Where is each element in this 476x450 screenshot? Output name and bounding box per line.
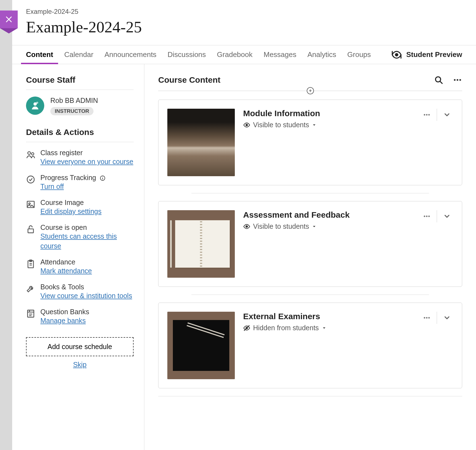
detail-label-books-tools: Books & Tools <box>40 283 134 291</box>
tab-announcements[interactable]: Announcements <box>105 45 157 64</box>
unlock-icon <box>26 225 35 234</box>
insert-divider <box>158 87 462 94</box>
separator <box>437 210 437 222</box>
card-more-button[interactable] <box>421 312 433 324</box>
tab-analytics[interactable]: Analytics <box>308 45 336 64</box>
link-mark-attendance[interactable]: Mark attendance <box>40 266 134 276</box>
card-thumbnail <box>167 312 235 379</box>
eye-off-icon <box>243 324 250 332</box>
svg-point-34 <box>428 114 430 115</box>
visibility-label: Hidden from students <box>253 324 319 332</box>
card-expand-button[interactable] <box>441 210 453 222</box>
card-more-button[interactable] <box>421 210 433 222</box>
detail-label-course-image: Course Image <box>40 199 134 207</box>
divider <box>158 396 462 396</box>
svg-point-13 <box>29 203 30 204</box>
visibility-label: Visible to students <box>253 222 309 230</box>
detail-label-attendance: Attendance <box>40 258 134 266</box>
content-card[interactable]: Assessment and Feedback Visible to stude… <box>158 201 462 287</box>
chevron-down-icon <box>312 224 317 229</box>
svg-point-24 <box>436 77 441 82</box>
visibility-dropdown[interactable]: Visible to students <box>243 222 412 230</box>
tab-messages[interactable]: Messages <box>264 45 296 64</box>
svg-point-43 <box>428 317 430 318</box>
link-turn-off[interactable]: Turn off <box>40 182 134 191</box>
link-view-tools[interactable]: View course & institution tools <box>40 291 134 301</box>
student-preview-icon <box>391 49 402 61</box>
eye-icon <box>243 121 250 129</box>
course-staff-heading: Course Staff <box>26 75 134 90</box>
clipboard-icon <box>26 259 35 269</box>
svg-point-5 <box>37 102 38 103</box>
more-horizontal-icon <box>423 314 431 322</box>
content-card[interactable]: Module Information Visible to students <box>158 100 462 185</box>
page-title: Example-2024-25 <box>26 18 462 36</box>
link-manage-banks[interactable]: Manage banks <box>40 316 134 326</box>
tab-calendar[interactable]: Calendar <box>64 45 93 64</box>
separator <box>437 109 437 121</box>
tab-content[interactable]: Content <box>26 45 53 64</box>
image-icon <box>26 200 35 209</box>
close-panel-button[interactable] <box>0 11 18 28</box>
content-card[interactable]: External Examiners Hidden from students <box>158 303 462 388</box>
avatar[interactable] <box>26 97 44 115</box>
tab-gradebook[interactable]: Gradebook <box>217 45 253 64</box>
student-preview-button[interactable]: Student Preview <box>391 49 462 61</box>
search-button[interactable] <box>434 75 443 85</box>
breadcrumb[interactable]: Example-2024-25 <box>26 8 462 15</box>
divider <box>191 295 429 295</box>
details-actions-heading: Details & Actions <box>26 128 134 142</box>
more-horizontal-icon <box>453 75 462 85</box>
svg-point-42 <box>426 317 427 318</box>
svg-line-25 <box>440 82 442 84</box>
plus-icon <box>308 89 312 93</box>
link-edit-display[interactable]: Edit display settings <box>40 207 134 216</box>
wrench-icon <box>26 284 35 293</box>
course-content-heading: Course Content <box>158 75 220 85</box>
question-bank-icon <box>26 309 35 318</box>
card-thumbnail <box>167 109 235 176</box>
detail-label-question-banks: Question Banks <box>40 308 134 316</box>
people-icon <box>26 150 35 159</box>
tab-groups[interactable]: Groups <box>347 45 371 64</box>
svg-point-35 <box>246 225 248 227</box>
card-title[interactable]: Module Information <box>243 109 412 118</box>
card-title[interactable]: External Examiners <box>243 312 412 321</box>
card-title[interactable]: Assessment and Feedback <box>243 210 412 220</box>
detail-label-class-register: Class register <box>40 149 134 157</box>
visibility-dropdown[interactable]: Visible to students <box>243 121 412 129</box>
svg-point-28 <box>459 79 461 81</box>
svg-point-27 <box>457 79 458 81</box>
tab-discussions[interactable]: Discussions <box>168 45 206 64</box>
detail-label-course-open: Course is open <box>40 223 134 231</box>
svg-point-3 <box>33 102 37 106</box>
link-students-access[interactable]: Students can access this course <box>40 231 134 251</box>
chevron-down-icon <box>443 111 451 119</box>
staff-name[interactable]: Rob BB ADMIN <box>50 97 98 105</box>
add-course-schedule-button[interactable]: Add course schedule <box>26 337 134 356</box>
info-icon[interactable] <box>100 175 106 181</box>
skip-link[interactable]: Skip <box>26 361 134 369</box>
more-horizontal-icon <box>423 212 431 220</box>
insert-content-button[interactable] <box>307 87 314 94</box>
chevron-down-icon <box>312 123 317 128</box>
svg-point-37 <box>426 215 427 217</box>
user-gear-icon <box>30 101 40 111</box>
check-circle-icon <box>26 175 35 184</box>
detail-label-progress-tracking: Progress Tracking <box>40 174 134 182</box>
chevron-down-icon <box>443 314 451 322</box>
more-options-button[interactable] <box>453 75 462 85</box>
card-expand-button[interactable] <box>441 109 453 121</box>
course-tabs: Content Calendar Announcements Discussio… <box>26 45 371 64</box>
more-horizontal-icon <box>423 111 431 119</box>
svg-point-41 <box>424 317 425 318</box>
link-view-everyone[interactable]: View everyone on your course <box>40 157 134 167</box>
divider <box>191 193 429 193</box>
visibility-dropdown[interactable]: Hidden from students <box>243 324 412 332</box>
svg-point-38 <box>428 215 430 217</box>
svg-point-36 <box>424 215 425 217</box>
card-more-button[interactable] <box>421 109 433 121</box>
svg-point-2 <box>395 53 398 56</box>
card-expand-button[interactable] <box>441 312 453 324</box>
role-badge: INSTRUCTOR <box>50 107 93 115</box>
